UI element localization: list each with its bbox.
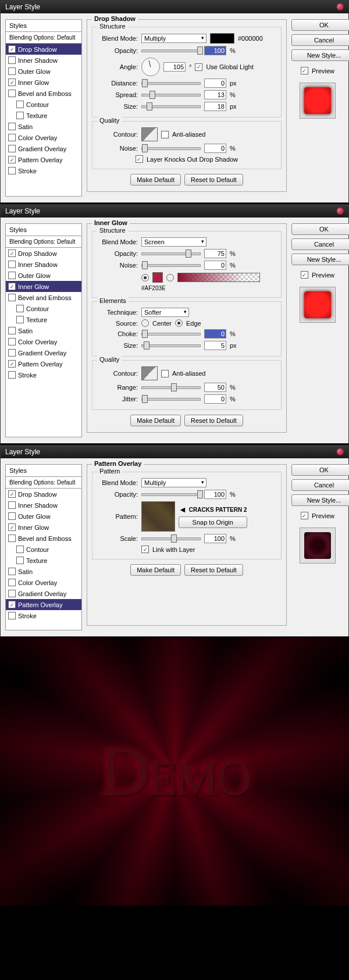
effect-satin[interactable]: Satin (6, 325, 81, 336)
checkbox-icon[interactable] (8, 45, 16, 53)
effect-drop-shadow[interactable]: Drop Shadow (6, 44, 81, 55)
checkbox-icon[interactable] (141, 546, 149, 553)
slider[interactable] (141, 386, 201, 389)
new-style-button[interactable]: New Style... (291, 494, 349, 506)
radio-gradient[interactable] (166, 274, 174, 281)
cancel-button[interactable]: Cancel (291, 34, 349, 46)
checkbox-icon[interactable] (8, 123, 16, 130)
color-swatch[interactable] (210, 33, 234, 44)
value-input[interactable]: 0 (204, 329, 226, 338)
slider[interactable] (141, 493, 201, 496)
effect-inner-shadow[interactable]: Inner Shadow (6, 500, 81, 511)
effect-contour[interactable]: Contour (6, 99, 81, 110)
reset-default-button[interactable]: Reset to Default (184, 174, 243, 186)
effect-color-overlay[interactable]: Color Overlay (6, 336, 81, 347)
effect-color-overlay[interactable]: Color Overlay (6, 577, 81, 588)
contour-picker[interactable] (141, 366, 158, 380)
checkbox-icon[interactable] (8, 568, 16, 575)
close-orb-icon[interactable] (337, 3, 344, 10)
slider[interactable] (141, 252, 201, 255)
effect-bevel-and-emboss[interactable]: Bevel and Emboss (6, 533, 81, 544)
make-default-button[interactable]: Make Default (130, 415, 181, 426)
checkbox-icon[interactable] (8, 349, 16, 357)
close-orb-icon[interactable] (337, 208, 344, 215)
checkbox-icon[interactable] (8, 294, 16, 301)
effect-outer-glow[interactable]: Outer Glow (6, 511, 81, 522)
checkbox-icon[interactable] (8, 156, 16, 163)
checkbox-icon[interactable] (8, 67, 16, 75)
ok-button[interactable]: OK (291, 19, 349, 31)
preview-toggle[interactable]: Preview (291, 67, 344, 74)
effect-bevel-and-emboss[interactable]: Bevel and Emboss (6, 292, 81, 303)
effect-texture[interactable]: Texture (6, 555, 81, 566)
checkbox-icon[interactable] (16, 557, 24, 564)
checkbox-icon[interactable] (301, 512, 308, 519)
checkbox-icon[interactable] (301, 271, 308, 279)
checkbox-icon[interactable] (8, 134, 16, 141)
make-default-button[interactable]: Make Default (130, 174, 181, 186)
angle-dial[interactable] (141, 58, 160, 76)
checkbox-icon[interactable] (8, 371, 16, 379)
slider[interactable] (141, 344, 201, 347)
slider-thumb[interactable] (142, 395, 148, 403)
slider-thumb[interactable] (142, 261, 148, 269)
effect-texture[interactable]: Texture (6, 314, 81, 325)
effect-inner-shadow[interactable]: Inner Shadow (6, 55, 81, 66)
reset-default-button[interactable]: Reset to Default (184, 564, 243, 576)
effect-texture[interactable]: Texture (6, 110, 81, 121)
slider[interactable] (141, 94, 201, 97)
effect-pattern-overlay[interactable]: Pattern Overlay (6, 154, 81, 165)
checkbox-icon[interactable] (195, 63, 202, 71)
checkbox-icon[interactable] (8, 167, 16, 174)
value-input[interactable]: 75 (204, 249, 226, 258)
titlebar[interactable]: Layer Style (1, 446, 348, 458)
gradient-bar[interactable] (177, 273, 260, 282)
make-default-button[interactable]: Make Default (130, 564, 181, 576)
checkbox-icon[interactable] (8, 250, 16, 257)
checkbox-icon[interactable] (161, 370, 169, 377)
checkbox-icon[interactable] (16, 305, 24, 312)
checkbox-icon[interactable] (8, 79, 16, 86)
effect-inner-glow[interactable]: Inner Glow (6, 522, 81, 533)
styles-header[interactable]: Styles (6, 20, 81, 32)
value-input[interactable]: 100 (204, 46, 226, 55)
slider-thumb[interactable] (142, 330, 148, 338)
styles-header[interactable]: Styles (6, 224, 81, 236)
new-style-button[interactable]: New Style... (291, 254, 349, 265)
titlebar[interactable]: Layer Style (1, 205, 348, 218)
value-input[interactable]: 0 (204, 394, 226, 404)
slider-thumb[interactable] (149, 91, 155, 99)
slider[interactable] (141, 105, 201, 108)
effect-contour[interactable]: Contour (6, 303, 81, 314)
value-input[interactable]: 50 (204, 383, 226, 392)
checkbox-icon[interactable] (8, 523, 16, 531)
color-swatch[interactable] (152, 272, 163, 283)
effect-gradient-overlay[interactable]: Gradient Overlay (6, 143, 81, 154)
value-input[interactable]: 0 (204, 144, 226, 153)
checkbox-icon[interactable] (8, 90, 16, 97)
slider[interactable] (141, 398, 201, 401)
slider[interactable] (141, 333, 201, 336)
checkbox-icon[interactable] (8, 261, 16, 268)
effect-outer-glow[interactable]: Outer Glow (6, 270, 81, 281)
checkbox-icon[interactable] (8, 327, 16, 334)
checkbox-icon[interactable] (8, 501, 16, 509)
effect-pattern-overlay[interactable]: Pattern Overlay (6, 599, 81, 610)
slider-thumb[interactable] (144, 341, 149, 350)
effect-inner-shadow[interactable]: Inner Shadow (6, 259, 81, 270)
slider-thumb[interactable] (197, 490, 203, 498)
checkbox-icon[interactable] (8, 612, 16, 619)
checkbox-icon[interactable] (301, 67, 308, 74)
effect-gradient-overlay[interactable]: Gradient Overlay (6, 347, 81, 358)
checkbox-icon[interactable] (8, 56, 16, 64)
checkbox-icon[interactable] (8, 145, 16, 152)
effect-bevel-and-emboss[interactable]: Bevel and Emboss (6, 88, 81, 99)
checkbox-icon[interactable] (8, 512, 16, 520)
slider-thumb[interactable] (147, 102, 152, 111)
checkbox-icon[interactable] (8, 601, 16, 608)
radio-solid[interactable] (141, 274, 149, 281)
checkbox-icon[interactable] (8, 283, 16, 290)
value-input[interactable]: 100 (204, 534, 226, 543)
slider-thumb[interactable] (142, 144, 148, 152)
checkbox-icon[interactable] (16, 546, 24, 553)
